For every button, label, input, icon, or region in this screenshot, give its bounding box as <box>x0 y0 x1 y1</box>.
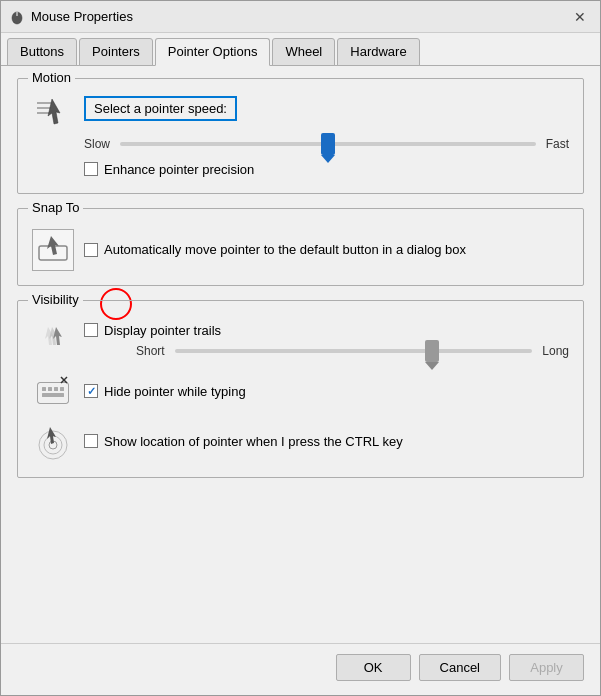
trails-checkbox-wrap: Display pointer trails <box>84 322 569 340</box>
visibility-title: Visibility <box>28 292 83 307</box>
snap-icon-svg <box>37 234 69 266</box>
speed-slider-thumb[interactable] <box>321 133 335 155</box>
tab-buttons[interactable]: Buttons <box>7 38 77 66</box>
motion-icon-row: Select a pointer speed: <box>32 91 569 133</box>
snap-to-row: Automatically move pointer to the defaul… <box>32 229 569 271</box>
speed-content: Select a pointer speed: <box>84 96 569 129</box>
close-button[interactable]: ✕ <box>568 5 592 29</box>
trails-row: Display pointer trails Short Long <box>32 321 569 363</box>
trails-slider-row: Short Long <box>136 344 569 358</box>
speed-slider-row: Slow Fast <box>84 137 569 151</box>
hide-icon-svg <box>34 373 72 411</box>
svg-rect-14 <box>48 387 52 391</box>
show-ctrl-checkbox[interactable] <box>84 434 98 448</box>
hide-typing-row: Hide pointer while typing <box>32 371 569 413</box>
trails-icon-svg <box>34 323 72 361</box>
mouse-properties-dialog: Mouse Properties ✕ Buttons Pointers Poin… <box>0 0 601 696</box>
svg-rect-13 <box>42 387 46 391</box>
svg-rect-16 <box>60 387 64 391</box>
tab-pointers[interactable]: Pointers <box>79 38 153 66</box>
auto-move-checkbox[interactable] <box>84 243 98 257</box>
ctrl-icon-svg <box>34 423 72 461</box>
hide-typing-wrap: Hide pointer while typing <box>84 383 246 401</box>
enhance-precision-label: Enhance pointer precision <box>104 161 254 179</box>
snap-to-title: Snap To <box>28 200 83 215</box>
hide-typing-icon <box>32 371 74 413</box>
trails-content: Display pointer trails Short Long <box>84 322 569 362</box>
show-ctrl-icon <box>32 421 74 463</box>
speed-slider-track[interactable] <box>120 142 536 146</box>
footer: OK Cancel Apply <box>1 643 600 695</box>
trails-slider-thumb[interactable] <box>425 340 439 362</box>
trails-slider-track[interactable] <box>175 349 533 353</box>
enhance-precision-row: Enhance pointer precision <box>84 161 569 179</box>
show-ctrl-label: Show location of pointer when I press th… <box>104 433 403 451</box>
trails-icon <box>32 321 74 363</box>
enhance-checkbox-wrap: Enhance pointer precision <box>84 161 254 179</box>
long-label: Long <box>542 344 569 358</box>
snap-icon <box>32 229 74 271</box>
apply-button[interactable]: Apply <box>509 654 584 681</box>
tab-hardware[interactable]: Hardware <box>337 38 419 66</box>
motion-title: Motion <box>28 70 75 85</box>
speed-label: Select a pointer speed: <box>84 96 237 121</box>
visibility-section: Visibility Display pointer trails <box>17 300 584 478</box>
svg-rect-17 <box>42 393 64 397</box>
fast-label: Fast <box>546 137 569 151</box>
title-bar: Mouse Properties ✕ <box>1 1 600 33</box>
auto-move-wrap: Automatically move pointer to the defaul… <box>84 241 466 259</box>
tab-pointer-options[interactable]: Pointer Options <box>155 38 271 66</box>
content-area: Motion Select a pointer speed: Slow <box>1 66 600 643</box>
tabs-bar: Buttons Pointers Pointer Options Wheel H… <box>1 33 600 66</box>
ok-button[interactable]: OK <box>336 654 411 681</box>
motion-speed-icon <box>32 91 74 133</box>
motion-section: Motion Select a pointer speed: Slow <box>17 78 584 194</box>
slow-label: Slow <box>84 137 110 151</box>
show-ctrl-wrap: Show location of pointer when I press th… <box>84 433 403 451</box>
mouse-icon <box>9 9 25 25</box>
tab-wheel[interactable]: Wheel <box>272 38 335 66</box>
hide-typing-checkbox[interactable] <box>84 384 98 398</box>
svg-marker-7 <box>47 236 59 255</box>
hide-typing-label: Hide pointer while typing <box>104 383 246 401</box>
cancel-button[interactable]: Cancel <box>419 654 501 681</box>
svg-rect-15 <box>54 387 58 391</box>
show-ctrl-row: Show location of pointer when I press th… <box>32 421 569 463</box>
window-title: Mouse Properties <box>31 9 568 24</box>
trails-label: Display pointer trails <box>104 322 221 340</box>
short-label: Short <box>136 344 165 358</box>
snap-to-section: Snap To Automatically move pointer to th… <box>17 208 584 286</box>
auto-move-label: Automatically move pointer to the defaul… <box>104 241 466 259</box>
enhance-precision-checkbox[interactable] <box>84 162 98 176</box>
trails-checkbox[interactable] <box>84 323 98 337</box>
